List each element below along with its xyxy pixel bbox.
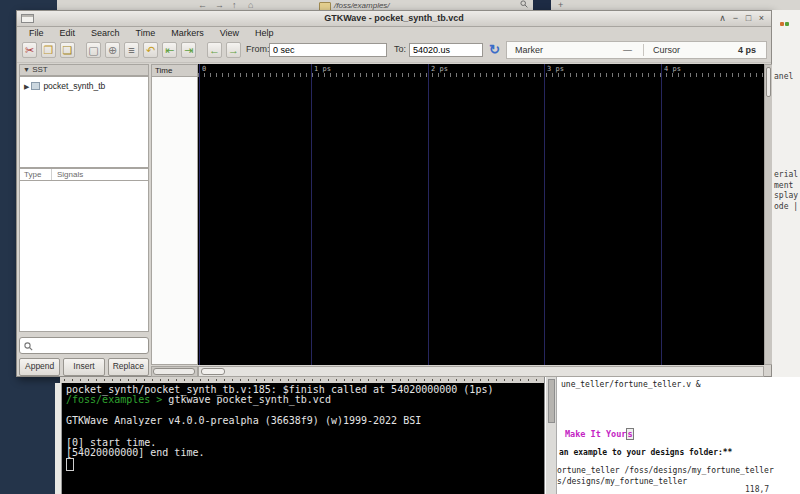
gtkwave-window: GTKWave - pocket_synth_tb.vcd ∧−□× FileE…	[16, 10, 772, 377]
home-icon[interactable]: ⌂	[248, 0, 253, 10]
tree-item-label: pocket_synth_tb	[43, 81, 105, 91]
zoom-end-icon[interactable]: ⇥	[181, 42, 196, 58]
menu-list-icon[interactable]: ≡	[124, 42, 139, 58]
editor-line: an example to your designs folder:**	[559, 448, 732, 457]
marker-value: —	[623, 42, 632, 58]
timeline-ticks: 0 1 ps 2 ps 3 ps 4 ps	[198, 64, 764, 365]
scrollbar-thumb[interactable]	[766, 67, 771, 97]
search-icon[interactable]	[520, 0, 528, 8]
menu-item[interactable]: Markers	[163, 26, 212, 40]
terminal-window[interactable]: pocket_synth/pocket_synth_tb.v:185: $fin…	[55, 383, 544, 494]
occluded-text-fragment: erial	[774, 170, 798, 179]
names-horizontal-scrollbar[interactable]	[151, 366, 198, 377]
plus-icon[interactable]: +	[558, 0, 563, 10]
tick-label: 4 ps	[664, 65, 681, 73]
toolbar-icons: ✂❐❏▢⊕≡↶⇤⇥←→	[22, 42, 241, 58]
minimize-button[interactable]: −	[729, 11, 742, 26]
sst-header[interactable]: ▼ SST	[19, 64, 149, 76]
forward-icon[interactable]: →	[215, 0, 224, 10]
zoom-undo-icon[interactable]: ↶	[143, 42, 158, 58]
reload-icon[interactable]: ↻	[489, 41, 500, 59]
toolbar: ✂❐❏▢⊕≡↶⇤⇥←→ From: To: ↻ Marker — Cursor …	[17, 40, 771, 63]
shift-left-icon[interactable]: ←	[207, 42, 222, 58]
zoom-start-icon[interactable]: ⇤	[162, 42, 177, 58]
signal-names-panel[interactable]	[151, 77, 198, 365]
editor-window[interactable]: une_teller/fortune_teller.v & Make It Yo…	[544, 377, 800, 494]
copy-traces-icon[interactable]: ❐	[41, 42, 56, 58]
title-bar[interactable]: GTKWave - pocket_synth_tb.vcd ∧−□×	[17, 11, 771, 27]
editor-ruler-position: 118,7	[745, 485, 769, 494]
zoom-fit-icon[interactable]: ▢	[86, 42, 101, 58]
grid-line	[428, 64, 429, 365]
sst-buttons-row: Append Insert Replace	[19, 358, 149, 376]
editor-cursor: s	[626, 428, 633, 440]
sst-tree[interactable]: ▶pocket_synth_tb	[19, 76, 149, 168]
grid-line	[311, 64, 312, 365]
menu-item[interactable]: Help	[247, 26, 282, 40]
tree-item-pocket-synth-tb[interactable]: ▶pocket_synth_tb	[20, 77, 148, 91]
grid-line	[199, 64, 200, 365]
marker-label: Marker	[515, 42, 543, 58]
up-icon[interactable]: ↑	[232, 0, 237, 10]
from-input[interactable]	[269, 43, 387, 57]
terminal-command: gtkwave pocket_synth_tb.vcd	[168, 394, 331, 405]
from-label: From:	[246, 44, 270, 54]
occluded-text-fragment: anel	[774, 72, 793, 81]
insert-button[interactable]: Insert	[63, 358, 104, 376]
menu-bar: FileEditSearchTimeMarkersViewHelp	[17, 26, 771, 40]
expand-icon[interactable]: ▶	[24, 83, 29, 90]
editor-scrollbar[interactable]	[546, 377, 557, 494]
cursor-label: Cursor	[653, 42, 680, 58]
tick-label: 2 ps	[431, 65, 448, 73]
to-input[interactable]	[409, 43, 483, 57]
tick-label: 0	[202, 65, 206, 73]
maximize-button[interactable]: □	[742, 11, 755, 26]
time-column-header: Time	[151, 64, 198, 77]
divider	[643, 44, 644, 56]
editor-line: une_teller/fortune_teller.v &	[561, 380, 701, 389]
window-title: GTKWave - pocket_synth_tb.vcd	[17, 11, 771, 26]
marker-cursor-panel: Marker — Cursor 4 ps	[506, 41, 767, 59]
terminal-cursor	[66, 458, 74, 471]
editor-line: s/designs/my_fortune_teller	[557, 477, 687, 486]
signals-list[interactable]	[19, 180, 149, 332]
append-button[interactable]: Append	[19, 358, 60, 376]
terminal-line: GTKWave Analyzer v4.0.0-prealpha (36638f…	[66, 415, 421, 426]
editor-line: ortune_teller /foss/designs/my_fortune_t…	[557, 466, 774, 475]
collapse-icon[interactable]: ▼	[23, 66, 30, 73]
module-icon	[31, 82, 40, 90]
scrollbar-thumb[interactable]	[153, 368, 195, 375]
grid-line	[661, 64, 662, 365]
cut-traces-icon[interactable]: ✂	[22, 42, 37, 58]
close-button[interactable]: ×	[755, 11, 768, 26]
occluded-text-fragment: ment	[774, 181, 793, 190]
tick-label: 1 ps	[314, 65, 331, 73]
zoom-in-icon[interactable]: ⊕	[105, 42, 120, 58]
menu-item[interactable]: Search	[83, 26, 128, 40]
waveform-canvas[interactable]: 0 1 ps 2 ps 3 ps 4 ps	[198, 64, 764, 365]
occluded-text-fragment: splay	[774, 191, 798, 200]
rollup-button[interactable]: ∧	[716, 11, 729, 26]
signal-search-box[interactable]	[19, 337, 149, 354]
shift-right-icon[interactable]: →	[226, 42, 241, 58]
terminal-scrollbar[interactable]	[55, 383, 62, 494]
terminal-line: [54020000000] end time.	[66, 447, 204, 458]
editor-heading: Make It Yours	[565, 428, 634, 440]
menu-item[interactable]: Time	[128, 26, 164, 40]
sst-header-label: SST	[32, 65, 48, 74]
menu-item[interactable]: View	[212, 26, 247, 40]
menu-item[interactable]: Edit	[52, 26, 84, 40]
menu-item[interactable]: File	[21, 26, 52, 40]
grid-line	[544, 64, 545, 365]
paste-traces-icon[interactable]: ❏	[60, 42, 75, 58]
scrollbar-thumb[interactable]	[548, 379, 555, 423]
occluded-editor-strip: anelerialmentsplayode |	[772, 10, 800, 377]
wave-horizontal-scrollbar[interactable]	[198, 366, 764, 377]
scrollbar-thumb[interactable]	[201, 368, 225, 375]
type-column-header[interactable]: Type	[20, 169, 52, 180]
replace-button[interactable]: Replace	[108, 358, 149, 376]
misc-icon-fragment	[780, 21, 789, 28]
signals-column-header[interactable]: Signals	[52, 170, 83, 179]
selected-field[interactable]	[533, 0, 551, 10]
back-icon[interactable]: ←	[198, 0, 207, 10]
